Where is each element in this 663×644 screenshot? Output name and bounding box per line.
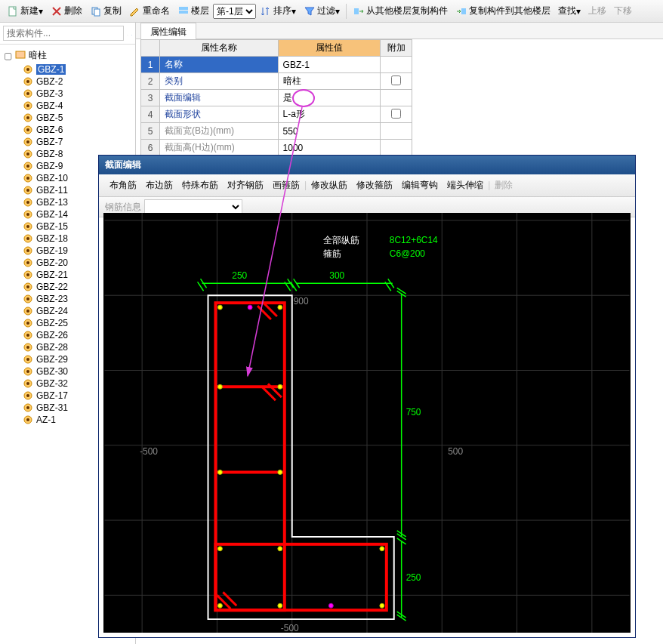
prop-value[interactable]: GBZ-1 <box>278 57 381 73</box>
editor-menu-item[interactable]: 布角筋 <box>105 177 141 193</box>
delete-button[interactable]: 删除 <box>48 3 85 19</box>
svg-text:全部纵筋: 全部纵筋 <box>323 235 359 245</box>
svg-point-114 <box>217 547 222 551</box>
svg-rect-2 <box>94 9 100 16</box>
prop-value[interactable]: 550 <box>278 123 381 140</box>
editor-titlebar[interactable]: 截面编辑 <box>99 156 635 174</box>
editor-menu-item[interactable]: 画箍筋 <box>268 177 304 193</box>
property-table: 属性名称 属性值 附加 1名称GBZ-12类别暗柱3截面编辑是4截面形状L-a形… <box>140 39 412 156</box>
svg-point-118 <box>380 547 384 551</box>
component-icon <box>23 354 33 365</box>
copy-button[interactable]: 复制 <box>87 3 125 19</box>
svg-rect-98 <box>215 303 284 610</box>
tree-item[interactable]: GBZ-7 <box>0 136 135 148</box>
property-row[interactable]: 3截面编辑是 <box>141 90 412 106</box>
component-icon <box>23 76 33 87</box>
editor-menu-item[interactable]: 修改纵筋 <box>307 177 352 193</box>
property-row[interactable]: 6截面高(H边)(mm)1000 <box>141 140 412 156</box>
clear-search-icon[interactable] <box>127 27 128 39</box>
search-input[interactable] <box>3 26 124 41</box>
svg-text:箍筋: 箍筋 <box>323 248 341 259</box>
tree-item-label: GBZ-3 <box>36 88 63 99</box>
svg-point-52 <box>26 322 29 325</box>
prop-value[interactable]: 暗柱 <box>278 73 381 90</box>
tree-item-label: GBZ-15 <box>36 221 68 232</box>
tree-item[interactable]: GBZ-1 <box>0 63 135 75</box>
svg-point-10 <box>26 68 29 71</box>
prop-name: 截面高(H边)(mm) <box>160 140 279 156</box>
svg-point-38 <box>26 237 29 240</box>
editor-menu-item[interactable]: 编辑弯钩 <box>397 177 443 193</box>
property-row[interactable]: 4截面形状L-a形 <box>141 106 412 123</box>
search-icon[interactable] <box>131 27 133 39</box>
copy-to-floor-button[interactable]: 复制构件到其他楼层 <box>452 3 554 19</box>
move-up-button[interactable]: 上移 <box>585 3 609 19</box>
prop-value[interactable]: 是 <box>278 90 381 106</box>
svg-point-113 <box>278 470 282 475</box>
component-icon <box>23 282 33 292</box>
prop-value[interactable]: 1000 <box>278 140 381 156</box>
copy-from-floor-button[interactable]: 从其他楼层复制构件 <box>350 3 451 19</box>
svg-point-44 <box>26 273 29 276</box>
prop-name: 截面形状 <box>160 106 279 123</box>
svg-point-115 <box>278 547 282 551</box>
floor-button[interactable]: 楼层 <box>174 3 212 19</box>
tree-item[interactable]: GBZ-3 <box>0 88 135 100</box>
svg-point-40 <box>26 249 29 252</box>
svg-rect-6 <box>461 8 466 14</box>
svg-point-7 <box>131 35 132 35</box>
extra-checkbox[interactable] <box>391 75 401 85</box>
tree-root-label: 暗柱 <box>29 49 47 62</box>
svg-point-108 <box>217 305 222 310</box>
tree-root[interactable]: ▢ 暗柱 <box>0 48 135 63</box>
tree-item-label: GBZ-10 <box>36 173 68 183</box>
svg-point-14 <box>26 92 29 95</box>
editor-menu-item[interactable]: 布边筋 <box>141 177 177 193</box>
filter-button[interactable]: 过滤 ▾ <box>301 3 343 19</box>
tree-item-label: GBZ-7 <box>36 137 63 147</box>
rebar-info-select[interactable] <box>144 199 242 214</box>
svg-point-12 <box>26 80 29 83</box>
collapse-icon[interactable]: ▢ <box>3 51 12 61</box>
tree-item[interactable]: GBZ-5 <box>0 112 135 124</box>
tree-item-label: AZ-1 <box>36 414 56 425</box>
col-name: 属性名称 <box>160 40 279 57</box>
editor-menu-item[interactable]: 修改箍筋 <box>352 177 397 193</box>
rename-button[interactable]: 重命名 <box>126 3 173 19</box>
component-icon <box>23 366 33 377</box>
editor-menu-item[interactable]: 对齐钢筋 <box>223 177 268 193</box>
tree-item-label: GBZ-2 <box>36 76 63 87</box>
floor-select[interactable]: 第-1层 <box>213 4 256 19</box>
svg-text:-500: -500 <box>281 623 299 633</box>
sort-button[interactable]: 排序 ▾ <box>257 3 299 19</box>
tree-item[interactable]: GBZ-4 <box>0 100 135 112</box>
component-icon <box>23 137 33 147</box>
component-icon <box>23 270 33 280</box>
find-button[interactable]: 查找 ▾ <box>555 3 584 19</box>
svg-rect-5 <box>354 8 359 14</box>
new-button[interactable]: 新建 ▾ <box>4 3 46 19</box>
svg-point-20 <box>26 128 29 131</box>
tree-item-label: GBZ-29 <box>36 354 68 365</box>
editor-menu-item[interactable]: 删除 <box>490 177 517 193</box>
property-row[interactable]: 1名称GBZ-1 <box>141 57 412 73</box>
svg-rect-4 <box>179 11 188 14</box>
tree-item[interactable]: GBZ-2 <box>0 75 135 88</box>
editor-menu-item[interactable]: 端头伸缩 <box>443 177 488 193</box>
prop-value[interactable]: L-a形 <box>278 106 381 123</box>
move-down-button[interactable]: 下移 <box>611 3 635 19</box>
tree-item[interactable]: GBZ-6 <box>0 124 135 136</box>
tree-item-label: GBZ-24 <box>36 306 68 316</box>
svg-rect-8 <box>16 51 25 58</box>
property-row[interactable]: 5截面宽(B边)(mm)550 <box>141 123 412 140</box>
component-icon <box>23 100 33 111</box>
section-canvas[interactable]: 900 -500 500 -500 250 300 750 250 全部纵筋 箍… <box>103 213 631 633</box>
tree-item-label: GBZ-11 <box>36 185 68 196</box>
component-icon <box>23 318 33 328</box>
svg-point-119 <box>380 603 384 608</box>
extra-checkbox[interactable] <box>391 109 401 119</box>
tab-property-edit[interactable]: 属性编辑 <box>140 23 196 41</box>
editor-menu-item[interactable]: 特殊布筋 <box>177 177 223 193</box>
prop-name: 类别 <box>160 73 279 90</box>
property-row[interactable]: 2类别暗柱 <box>141 73 412 90</box>
